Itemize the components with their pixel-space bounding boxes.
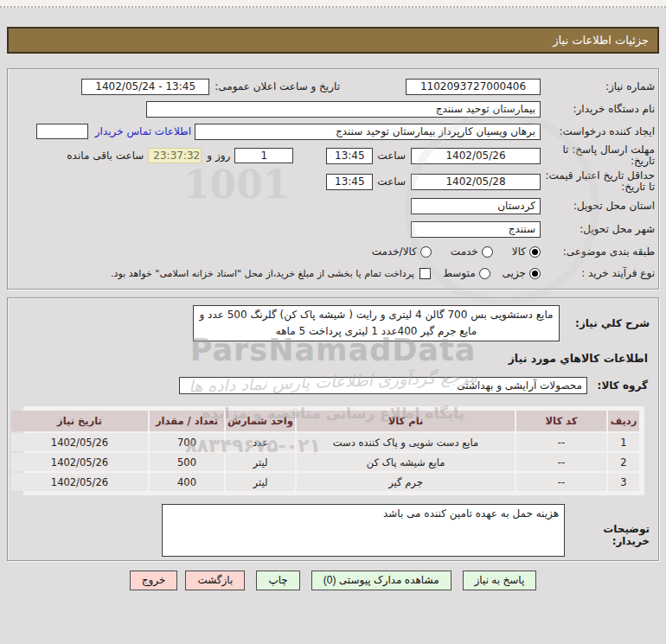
page-title: جزئیات اطلاعات نیاز (7, 27, 659, 54)
radio-service[interactable] (482, 246, 493, 258)
table-row: 2 -- مایع شیشه پاک کن لیتر 500 1402/05/2… (11, 453, 639, 471)
cell-goods-name: مایع دست شویی و پاک کننده دست (297, 433, 515, 451)
radio-goods[interactable] (529, 246, 541, 258)
cell-goods-code: -- (516, 473, 606, 491)
radio-goods-label: کالا (512, 245, 526, 258)
buyer-contact-link[interactable]: اطلاعات تماس خریدار (95, 125, 191, 137)
row-purchase-type: نوع فرآیند خرید : جزیی متوسط پرداخت تمام… (11, 262, 655, 284)
col-header-goods-code: کد کالا (516, 411, 606, 431)
exit-button[interactable]: خروج (130, 571, 178, 590)
cell-need-date: 1402/05/26 (11, 453, 148, 471)
request-creator-label: ایجاد کننده درخواست: (541, 126, 655, 137)
view-attachments-button[interactable]: مشاهده مدارک پیوستی (0) (311, 571, 451, 590)
request-creator-field[interactable]: برهان ویسیان کارپرداز بیمارستان توحید سن… (195, 124, 541, 140)
row-goods-group: گروه کالا: محصولات آرایشی و بهداشتی (11, 373, 655, 398)
need-description-label: شرح کلي نیاز: (560, 317, 650, 329)
goods-group-field[interactable]: محصولات آرایشی و بهداشتی (179, 377, 587, 394)
cell-goods-name: مایع شیشه پاک کن (297, 453, 515, 471)
classification-label: طبقه بندی موضوعی: (541, 246, 655, 258)
response-deadline-label: مهلت ارسال پاسخ: تا تاریخ: (541, 144, 655, 167)
buyer-org-field[interactable]: بیمارستان توحید سنندج (146, 101, 541, 118)
action-button-row: پاسخ به نیاز مشاهده مدارک پیوستی (0) چاپ… (0, 571, 666, 590)
cell-goods-name: جرم گیر (297, 473, 515, 491)
treasury-checkbox-label: پرداخت تمام یا بخشی از مبلغ خرید،از محل … (111, 268, 414, 279)
need-number-label: شماره نیاز: (541, 81, 655, 92)
cell-need-date: 1402/05/26 (11, 473, 148, 491)
response-deadline-date-field[interactable]: 1402/05/26 (411, 148, 541, 164)
announce-datetime-label: تاریخ و ساعت اعلان عمومی: (215, 80, 340, 92)
cell-need-date: 1402/05/26 (11, 433, 148, 451)
cell-goods-code: -- (516, 433, 606, 451)
cell-row-number: 3 (608, 473, 639, 491)
cell-row-number: 2 (608, 453, 639, 471)
need-description-box[interactable]: مایع دستشویی بس 700 گالن 4 لیتری و رایت … (193, 305, 560, 341)
deadline-hour-label: ساعت (377, 150, 406, 162)
print-button[interactable]: چاپ (256, 571, 299, 590)
row-price-validity: حداقل تاریخ اعتبار قیمت: تا تاریخ: 1402/… (11, 169, 655, 194)
page-top-border (0, 0, 666, 8)
table-row: 3 -- جرم گیر لیتر 400 1402/05/26 (11, 473, 639, 491)
need-info-panel: شماره نیاز: 1102093727000406 تاریخ و ساع… (7, 68, 659, 290)
goods-group-label: گروه کالا: (587, 379, 648, 392)
cell-quantity: 500 (150, 453, 224, 471)
cell-quantity: 400 (150, 473, 224, 491)
radio-goods-service[interactable] (420, 246, 432, 258)
radio-goods-service-label: کالا/خدمت (372, 245, 417, 258)
goods-info-panel: شرح کلي نیاز: مایع دستشویی بس 700 گالن 4… (7, 297, 659, 561)
countdown-days-field[interactable]: 1 (234, 148, 293, 163)
col-header-goods-name: نام کالا (297, 411, 515, 431)
goods-table: ردیف کد کالا نام کالا واحد شمارش تعداد /… (23, 406, 644, 495)
announce-datetime-field[interactable]: 1402/05/24 - 13:45 (81, 79, 209, 95)
treasury-checkbox[interactable] (419, 268, 431, 279)
row-request-creator: ایجاد کننده درخواست: برهان ویسیان کارپرد… (11, 120, 655, 143)
cell-unit: عدد (226, 433, 295, 451)
price-validity-date-field[interactable]: 1402/05/28 (411, 174, 541, 190)
row-classification: طبقه بندی موضوعی: کالا خدمت کالا/خدمت (11, 241, 655, 262)
table-row: 1 -- مایع دست شویی و پاک کننده دست عدد 7… (11, 433, 639, 451)
radio-minor-label: جزیی (503, 267, 526, 279)
row-province: استان محل تحویل: کردستان (11, 194, 655, 218)
cell-quantity: 700 (150, 433, 224, 451)
respond-to-need-button[interactable]: پاسخ به نیاز (463, 571, 537, 590)
price-validity-time-field[interactable]: 13:45 (326, 174, 373, 190)
buyer-org-label: نام دستگاه خریدار: (541, 104, 655, 115)
purchase-type-label: نوع فرآیند خرید : (541, 268, 655, 279)
city-label: شهر محل تحویل: (541, 224, 655, 235)
cell-unit: لیتر (226, 453, 295, 471)
countdown-suffix-label: ساعت باقی مانده (67, 150, 144, 162)
city-field[interactable]: سنندج (411, 221, 541, 238)
province-label: استان محل تحویل: (541, 201, 655, 212)
need-number-field[interactable]: 1102093727000406 (406, 79, 541, 95)
col-header-unit: واحد شمارش (226, 411, 295, 431)
response-deadline-time-field[interactable]: 13:45 (326, 148, 373, 164)
buyer-contact-field[interactable] (36, 124, 88, 139)
buyer-notes-label: توضیحات خریدار: (565, 504, 650, 547)
col-header-row-number: ردیف (608, 411, 639, 431)
buyer-notes-field[interactable]: هزینه حمل به عهده تامین کننده می باشد (162, 504, 565, 557)
row-city: شهر محل تحویل: سنندج (11, 218, 655, 241)
col-header-need-date: تاریخ نیاز (11, 411, 148, 431)
cell-unit: لیتر (226, 473, 295, 491)
row-need-number: شماره نیاز: 1102093727000406 تاریخ و ساع… (11, 75, 655, 98)
row-response-deadline: مهلت ارسال پاسخ: تا تاریخ: 1402/05/26 سا… (11, 143, 655, 169)
radio-medium-label: متوسط (443, 267, 476, 279)
goods-info-title: اطلاعات کالاهاي مورد نیاز (11, 352, 648, 365)
row-need-description: شرح کلي نیاز: مایع دستشویی بس 700 گالن 4… (11, 305, 655, 341)
row-buyer-org: نام دستگاه خریدار: بیمارستان توحید سنندج (11, 98, 655, 120)
row-buyer-notes: توضیحات خریدار: هزینه حمل به عهده تامین … (11, 504, 655, 557)
radio-medium[interactable] (479, 268, 490, 279)
price-validity-hour-label: ساعت (377, 175, 406, 188)
back-button[interactable]: بازگشت (185, 571, 245, 590)
radio-minor[interactable] (529, 268, 541, 279)
price-validity-label: حداقل تاریخ اعتبار قیمت: تا تاریخ: (541, 170, 655, 193)
goods-table-header-row: ردیف کد کالا نام کالا واحد شمارش تعداد /… (11, 411, 639, 431)
col-header-quantity: تعداد / مقدار (150, 411, 224, 431)
countdown-days-label: روز و (207, 150, 230, 162)
cell-goods-code: -- (516, 453, 606, 471)
province-field[interactable]: کردستان (411, 198, 541, 214)
radio-service-label: خدمت (451, 245, 478, 258)
countdown-timer: 23:37:32 (148, 148, 202, 163)
cell-row-number: 1 (608, 433, 639, 451)
